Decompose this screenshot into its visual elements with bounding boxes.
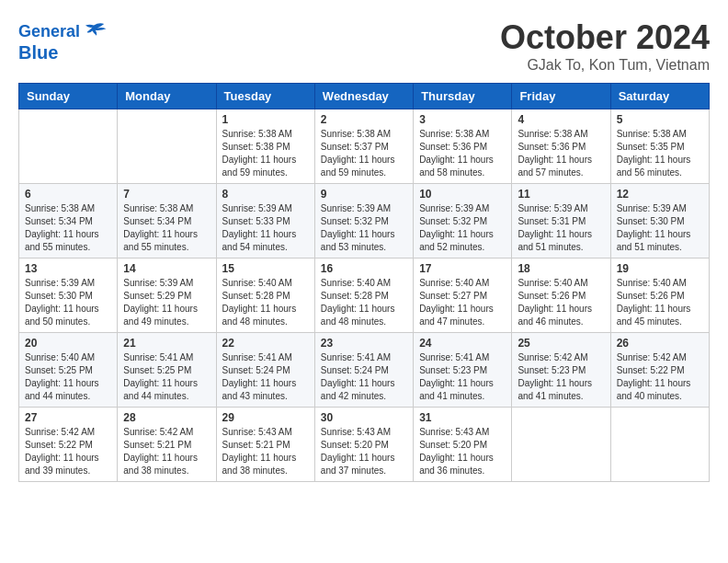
weekday-header-thursday: Thursday <box>414 84 512 109</box>
calendar-cell: 14Sunrise: 5:39 AMSunset: 5:29 PMDayligh… <box>118 259 216 333</box>
calendar-cell <box>610 408 709 482</box>
calendar-cell: 16Sunrise: 5:40 AMSunset: 5:28 PMDayligh… <box>314 259 413 333</box>
calendar-cell: 8Sunrise: 5:39 AMSunset: 5:33 PMDaylight… <box>216 184 314 259</box>
day-number: 8 <box>222 188 309 201</box>
day-number: 11 <box>518 188 604 201</box>
cell-data: Sunrise: 5:39 AMSunset: 5:30 PMDaylight:… <box>617 202 703 254</box>
calendar-week-3: 13Sunrise: 5:39 AMSunset: 5:30 PMDayligh… <box>19 259 710 333</box>
cell-data: Sunrise: 5:42 AMSunset: 5:22 PMDaylight:… <box>25 426 111 477</box>
cell-data: Sunrise: 5:43 AMSunset: 5:21 PMDaylight:… <box>222 426 309 477</box>
weekday-header-wednesday: Wednesday <box>314 84 413 109</box>
day-number: 21 <box>123 337 210 350</box>
cell-data: Sunrise: 5:43 AMSunset: 5:20 PMDaylight:… <box>419 426 506 477</box>
calendar-cell: 21Sunrise: 5:41 AMSunset: 5:25 PMDayligh… <box>118 333 216 408</box>
day-number: 4 <box>518 113 604 126</box>
logo: General Blue <box>18 18 108 63</box>
calendar-cell <box>512 408 610 482</box>
calendar-cell: 19Sunrise: 5:40 AMSunset: 5:26 PMDayligh… <box>610 259 709 333</box>
calendar-cell: 3Sunrise: 5:38 AMSunset: 5:36 PMDaylight… <box>414 109 512 184</box>
day-number: 16 <box>321 262 407 275</box>
calendar-cell: 28Sunrise: 5:42 AMSunset: 5:21 PMDayligh… <box>118 408 216 482</box>
cell-data: Sunrise: 5:42 AMSunset: 5:21 PMDaylight:… <box>123 426 210 477</box>
weekday-header-monday: Monday <box>118 84 216 109</box>
day-number: 12 <box>617 188 703 201</box>
calendar-cell: 17Sunrise: 5:40 AMSunset: 5:27 PMDayligh… <box>414 259 512 333</box>
calendar-cell: 15Sunrise: 5:40 AMSunset: 5:28 PMDayligh… <box>216 259 314 333</box>
cell-data: Sunrise: 5:38 AMSunset: 5:34 PMDaylight:… <box>25 202 111 254</box>
cell-data: Sunrise: 5:38 AMSunset: 5:38 PMDaylight:… <box>222 128 309 179</box>
calendar-cell: 30Sunrise: 5:43 AMSunset: 5:20 PMDayligh… <box>314 408 413 482</box>
cell-data: Sunrise: 5:41 AMSunset: 5:23 PMDaylight:… <box>419 351 506 403</box>
cell-data: Sunrise: 5:39 AMSunset: 5:29 PMDaylight:… <box>123 277 210 328</box>
cell-data: Sunrise: 5:40 AMSunset: 5:26 PMDaylight:… <box>617 277 703 328</box>
weekday-header-row: SundayMondayTuesdayWednesdayThursdayFrid… <box>19 84 710 109</box>
cell-data: Sunrise: 5:41 AMSunset: 5:24 PMDaylight:… <box>321 351 407 403</box>
weekday-header-saturday: Saturday <box>610 84 709 109</box>
calendar-cell: 13Sunrise: 5:39 AMSunset: 5:30 PMDayligh… <box>19 259 118 333</box>
day-number: 14 <box>123 262 210 275</box>
day-number: 2 <box>321 113 407 126</box>
calendar-cell: 2Sunrise: 5:38 AMSunset: 5:37 PMDaylight… <box>314 109 413 184</box>
day-number: 9 <box>321 188 407 201</box>
day-number: 20 <box>25 337 111 350</box>
calendar-cell: 7Sunrise: 5:38 AMSunset: 5:34 PMDaylight… <box>118 184 216 259</box>
calendar-week-2: 6Sunrise: 5:38 AMSunset: 5:34 PMDaylight… <box>19 184 710 259</box>
day-number: 3 <box>419 113 506 126</box>
weekday-header-sunday: Sunday <box>19 84 118 109</box>
calendar-week-5: 27Sunrise: 5:42 AMSunset: 5:22 PMDayligh… <box>19 408 710 482</box>
cell-data: Sunrise: 5:42 AMSunset: 5:23 PMDaylight:… <box>518 351 604 403</box>
calendar-cell <box>19 109 118 184</box>
cell-data: Sunrise: 5:40 AMSunset: 5:28 PMDaylight:… <box>321 277 407 328</box>
location: GJak To, Kon Tum, Vietnam <box>500 57 710 74</box>
calendar-cell: 27Sunrise: 5:42 AMSunset: 5:22 PMDayligh… <box>19 408 118 482</box>
calendar-cell: 18Sunrise: 5:40 AMSunset: 5:26 PMDayligh… <box>512 259 610 333</box>
day-number: 24 <box>419 337 506 350</box>
calendar-table: SundayMondayTuesdayWednesdayThursdayFrid… <box>18 83 710 482</box>
cell-data: Sunrise: 5:38 AMSunset: 5:34 PMDaylight:… <box>123 202 210 254</box>
cell-data: Sunrise: 5:42 AMSunset: 5:22 PMDaylight:… <box>617 351 703 403</box>
calendar-week-1: 1Sunrise: 5:38 AMSunset: 5:38 PMDaylight… <box>19 109 710 184</box>
day-number: 30 <box>321 411 407 424</box>
month-title: October 2024 <box>500 18 710 57</box>
day-number: 10 <box>419 188 506 201</box>
calendar-cell: 11Sunrise: 5:39 AMSunset: 5:31 PMDayligh… <box>512 184 610 259</box>
day-number: 23 <box>321 337 407 350</box>
cell-data: Sunrise: 5:40 AMSunset: 5:28 PMDaylight:… <box>222 277 309 328</box>
day-number: 5 <box>617 113 703 126</box>
logo-bird-icon <box>80 18 108 46</box>
cell-data: Sunrise: 5:38 AMSunset: 5:36 PMDaylight:… <box>518 128 604 179</box>
weekday-header-tuesday: Tuesday <box>216 84 314 109</box>
title-block: October 2024 GJak To, Kon Tum, Vietnam <box>500 18 710 74</box>
cell-data: Sunrise: 5:38 AMSunset: 5:35 PMDaylight:… <box>617 128 703 179</box>
day-number: 29 <box>222 411 309 424</box>
calendar-cell: 24Sunrise: 5:41 AMSunset: 5:23 PMDayligh… <box>414 333 512 408</box>
cell-data: Sunrise: 5:39 AMSunset: 5:32 PMDaylight:… <box>419 202 506 254</box>
calendar-cell: 1Sunrise: 5:38 AMSunset: 5:38 PMDaylight… <box>216 109 314 184</box>
calendar-cell: 4Sunrise: 5:38 AMSunset: 5:36 PMDaylight… <box>512 109 610 184</box>
calendar-cell: 29Sunrise: 5:43 AMSunset: 5:21 PMDayligh… <box>216 408 314 482</box>
calendar-cell: 9Sunrise: 5:39 AMSunset: 5:32 PMDaylight… <box>314 184 413 259</box>
day-number: 26 <box>617 337 703 350</box>
cell-data: Sunrise: 5:41 AMSunset: 5:25 PMDaylight:… <box>123 351 210 403</box>
cell-data: Sunrise: 5:39 AMSunset: 5:31 PMDaylight:… <box>518 202 604 254</box>
day-number: 1 <box>222 113 309 126</box>
calendar-cell: 6Sunrise: 5:38 AMSunset: 5:34 PMDaylight… <box>19 184 118 259</box>
cell-data: Sunrise: 5:43 AMSunset: 5:20 PMDaylight:… <box>321 426 407 477</box>
calendar-week-4: 20Sunrise: 5:40 AMSunset: 5:25 PMDayligh… <box>19 333 710 408</box>
day-number: 31 <box>419 411 506 424</box>
day-number: 27 <box>25 411 111 424</box>
cell-data: Sunrise: 5:41 AMSunset: 5:24 PMDaylight:… <box>222 351 309 403</box>
cell-data: Sunrise: 5:40 AMSunset: 5:26 PMDaylight:… <box>518 277 604 328</box>
cell-data: Sunrise: 5:38 AMSunset: 5:37 PMDaylight:… <box>321 128 407 179</box>
calendar-cell: 12Sunrise: 5:39 AMSunset: 5:30 PMDayligh… <box>610 184 709 259</box>
day-number: 17 <box>419 262 506 275</box>
calendar-cell: 25Sunrise: 5:42 AMSunset: 5:23 PMDayligh… <box>512 333 610 408</box>
cell-data: Sunrise: 5:39 AMSunset: 5:33 PMDaylight:… <box>222 202 309 254</box>
day-number: 13 <box>25 262 111 275</box>
calendar-cell: 5Sunrise: 5:38 AMSunset: 5:35 PMDaylight… <box>610 109 709 184</box>
cell-data: Sunrise: 5:40 AMSunset: 5:25 PMDaylight:… <box>25 351 111 403</box>
logo-text: General <box>18 23 80 41</box>
day-number: 6 <box>25 188 111 201</box>
day-number: 18 <box>518 262 604 275</box>
calendar-cell: 31Sunrise: 5:43 AMSunset: 5:20 PMDayligh… <box>414 408 512 482</box>
